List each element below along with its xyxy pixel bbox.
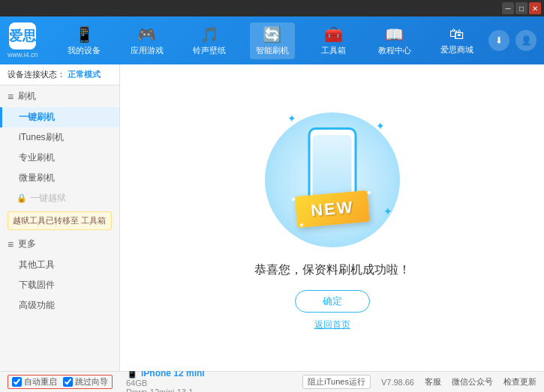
sidebar-item-itunes-flash[interactable]: iTunes刷机 <box>0 127 119 148</box>
header-right: ⬇ 👤 <box>488 30 536 51</box>
checkbox-group-outline: 自动重启 跳过向导 <box>8 375 113 389</box>
sidebar-item-one-click-flash[interactable]: 一键刷机 <box>0 107 119 127</box>
maximize-button[interactable]: □ <box>515 2 527 14</box>
sparkle-icon-2: ✦ <box>287 112 296 124</box>
more-section-header[interactable]: ≡ 更多 <box>0 233 119 255</box>
content-area: ✦ ✦ ✦ ✦ ✦ ✦ NEW 恭喜您，保资料刷机成功啦！ 确定 返回首页 <box>120 64 544 371</box>
title-bar: ─ □ ✕ <box>0 0 544 16</box>
nav-toolbox[interactable]: 🧰 工具箱 <box>312 22 354 59</box>
support-link[interactable]: 客服 <box>425 376 441 388</box>
account-button[interactable]: 👤 <box>515 30 536 51</box>
tutorial-icon: 📖 <box>385 25 404 43</box>
skip-wizard-input[interactable] <box>63 377 73 387</box>
sidebar-item-download-firmware[interactable]: 下载固件 <box>0 275 119 295</box>
sparkle-icon-1: ✦ <box>376 120 385 132</box>
success-message: 恭喜您，保资料刷机成功啦！ <box>254 262 410 278</box>
skip-wizard-label: 跳过向导 <box>75 376 108 388</box>
more-section-icon: ≡ <box>8 238 14 250</box>
header: 爱思 www.i4.cn 📱 我的设备 🎮 应用游戏 🎵 铃声壁纸 🔄 智能刷机… <box>0 16 544 64</box>
device-model: Down-12mini-13,1 <box>126 388 205 392</box>
flash-section-icon: ≡ <box>8 91 14 103</box>
merch-icon: 🛍 <box>449 25 464 43</box>
more-section-label: 更多 <box>18 238 36 250</box>
skip-wizard-checkbox[interactable]: 跳过向导 <box>63 376 108 388</box>
minimize-button[interactable]: ─ <box>502 2 514 14</box>
logo-text: www.i4.cn <box>8 51 38 58</box>
sidebar-item-pro-flash[interactable]: 专业刷机 <box>0 148 119 168</box>
sidebar-item-micro-flash[interactable]: 微量刷机 <box>0 168 119 188</box>
nav-tutorial[interactable]: 📖 教程中心 <box>372 22 417 59</box>
lock-icon: 🔒 <box>17 193 27 203</box>
device-capacity: 64GB <box>126 379 205 388</box>
smart-flash-icon: 🔄 <box>263 25 281 43</box>
sparkle-icon-3: ✦ <box>383 205 392 217</box>
download-button[interactable]: ⬇ <box>488 30 509 51</box>
flash-section-header[interactable]: ≡ 刷机 <box>0 85 119 107</box>
sidebar-item-advanced[interactable]: 高级功能 <box>0 295 119 316</box>
new-banner: ✦ ✦ ✦ NEW <box>294 190 370 227</box>
update-link[interactable]: 检查更新 <box>503 376 536 388</box>
auto-restart-label: 自动重启 <box>24 376 57 388</box>
re-jailbreak-link[interactable]: 返回首页 <box>314 319 350 331</box>
ringtone-icon: 🎵 <box>200 25 219 43</box>
bottom-bar: 自动重启 跳过向导 📱 iPhone 12 mini 64GB Down-12m… <box>0 371 544 392</box>
new-badge-text: NEW <box>310 197 354 220</box>
jailbreak-label: 一键越狱 <box>30 192 66 205</box>
tutorial-label: 教程中心 <box>378 45 411 56</box>
nav-smart-flash[interactable]: 🔄 智能刷机 <box>250 22 295 59</box>
bottom-right: 阻止iTunes运行 V7.98.66 客服 微信公众号 检查更新 <box>302 375 536 389</box>
toolbox-label: 工具箱 <box>321 45 346 56</box>
nav-ringtone[interactable]: 🎵 铃声壁纸 <box>187 22 232 59</box>
nav-my-device[interactable]: 📱 我的设备 <box>62 22 107 59</box>
version-label: V7.98.66 <box>381 378 414 387</box>
status-label: 设备连接状态： <box>8 70 65 79</box>
status-value: 正常模式 <box>68 70 101 79</box>
logo-icon: 爱思 <box>9 22 36 49</box>
flash-section-label: 刷机 <box>18 90 36 103</box>
jailbreak-notice: 越狱工具已转移至 工具箱 <box>8 211 112 230</box>
itunes-button[interactable]: 阻止iTunes运行 <box>302 375 371 389</box>
star-icon-bl: ✦ <box>298 220 305 229</box>
toolbox-icon: 🧰 <box>324 25 343 43</box>
auto-restart-input[interactable] <box>12 377 22 387</box>
confirm-button[interactable]: 确定 <box>295 290 370 313</box>
sidebar-item-other-tools[interactable]: 其他工具 <box>0 255 119 275</box>
apps-games-label: 应用游戏 <box>131 45 164 56</box>
auto-restart-checkbox[interactable]: 自动重启 <box>12 376 57 388</box>
jailbreak-disabled: 🔒 一键越狱 <box>0 188 119 208</box>
star-icon-tl: ✦ <box>290 195 296 204</box>
star-icon-tr: ✦ <box>365 188 372 197</box>
logo: 爱思 www.i4.cn <box>8 22 38 58</box>
smart-flash-label: 智能刷机 <box>256 45 289 56</box>
apps-games-icon: 🎮 <box>137 25 156 43</box>
close-button[interactable]: ✕ <box>529 2 541 14</box>
nav-bar: 📱 我的设备 🎮 应用游戏 🎵 铃声壁纸 🔄 智能刷机 🧰 工具箱 📖 教程中心… <box>53 22 488 59</box>
main-layout: 设备连接状态： 正常模式 ≡ 刷机 一键刷机 iTunes刷机 专业刷机 微量刷… <box>0 64 544 371</box>
success-illustration: ✦ ✦ ✦ ✦ ✦ ✦ NEW <box>257 105 407 255</box>
nav-merch[interactable]: 🛍 爱思商城 <box>434 22 479 58</box>
ringtone-label: 铃声壁纸 <box>193 45 226 56</box>
device-status: 设备连接状态： 正常模式 <box>0 64 119 85</box>
nav-apps-games[interactable]: 🎮 应用游戏 <box>125 22 170 59</box>
sidebar: 设备连接状态： 正常模式 ≡ 刷机 一键刷机 iTunes刷机 专业刷机 微量刷… <box>0 64 120 371</box>
my-device-label: 我的设备 <box>68 45 101 56</box>
merch-label: 爱思商城 <box>440 44 473 55</box>
my-device-icon: 📱 <box>75 25 94 43</box>
wechat-link[interactable]: 微信公众号 <box>452 376 493 388</box>
